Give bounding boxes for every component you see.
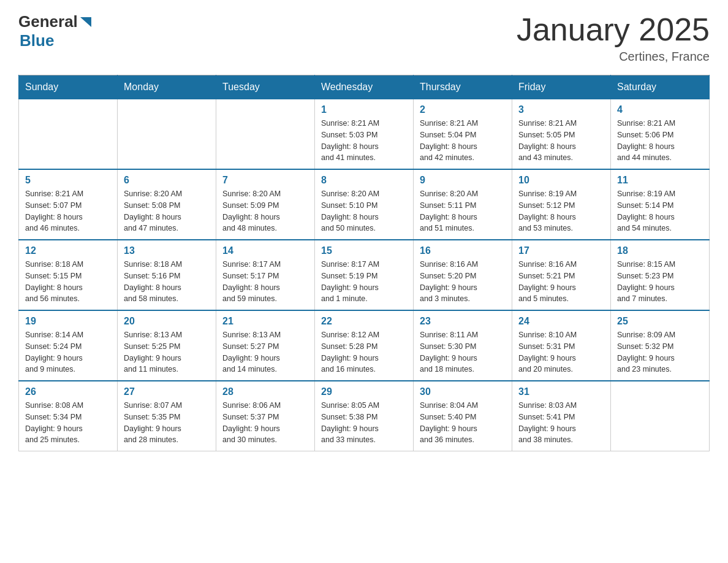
calendar-cell: 29Sunrise: 8:05 AM Sunset: 5:38 PM Dayli… [315, 381, 414, 451]
day-info: Sunrise: 8:09 AM Sunset: 5:32 PM Dayligh… [617, 329, 703, 375]
day-info: Sunrise: 8:21 AM Sunset: 5:05 PM Dayligh… [518, 118, 604, 164]
day-info: Sunrise: 8:20 AM Sunset: 5:11 PM Dayligh… [420, 188, 506, 234]
day-info: Sunrise: 8:08 AM Sunset: 5:34 PM Dayligh… [25, 400, 111, 446]
calendar-cell: 10Sunrise: 8:19 AM Sunset: 5:12 PM Dayli… [512, 169, 611, 240]
title-block: January 2025 Certines, France [517, 12, 710, 64]
calendar-cell: 18Sunrise: 8:15 AM Sunset: 5:23 PM Dayli… [611, 240, 710, 310]
day-number: 24 [518, 316, 604, 327]
day-info: Sunrise: 8:18 AM Sunset: 5:16 PM Dayligh… [124, 259, 210, 305]
day-number: 28 [222, 386, 308, 397]
calendar-cell: 16Sunrise: 8:16 AM Sunset: 5:20 PM Dayli… [414, 240, 512, 310]
calendar-cell: 22Sunrise: 8:12 AM Sunset: 5:28 PM Dayli… [315, 310, 414, 381]
calendar-week-row: 1Sunrise: 8:21 AM Sunset: 5:03 PM Daylig… [19, 99, 710, 170]
calendar-cell: 9Sunrise: 8:20 AM Sunset: 5:11 PM Daylig… [414, 169, 512, 240]
calendar-cell: 15Sunrise: 8:17 AM Sunset: 5:19 PM Dayli… [315, 240, 414, 310]
day-number: 7 [222, 175, 308, 186]
day-number: 8 [321, 175, 407, 186]
day-number: 6 [124, 175, 210, 186]
day-info: Sunrise: 8:12 AM Sunset: 5:28 PM Dayligh… [321, 329, 407, 375]
calendar-cell [216, 99, 315, 170]
calendar-cell: 31Sunrise: 8:03 AM Sunset: 5:41 PM Dayli… [512, 381, 611, 451]
day-info: Sunrise: 8:10 AM Sunset: 5:31 PM Dayligh… [518, 329, 604, 375]
calendar-cell: 28Sunrise: 8:06 AM Sunset: 5:37 PM Dayli… [216, 381, 315, 451]
day-number: 3 [518, 104, 604, 115]
day-number: 13 [124, 245, 210, 256]
day-number: 1 [321, 104, 407, 115]
calendar-cell [118, 99, 216, 170]
day-info: Sunrise: 8:17 AM Sunset: 5:19 PM Dayligh… [321, 259, 407, 305]
day-number: 15 [321, 245, 407, 256]
day-number: 4 [617, 104, 703, 115]
day-info: Sunrise: 8:21 AM Sunset: 5:03 PM Dayligh… [321, 118, 407, 164]
calendar-cell: 2Sunrise: 8:21 AM Sunset: 5:04 PM Daylig… [414, 99, 512, 170]
calendar-cell: 19Sunrise: 8:14 AM Sunset: 5:24 PM Dayli… [19, 310, 118, 381]
day-number: 21 [222, 316, 308, 327]
day-info: Sunrise: 8:20 AM Sunset: 5:09 PM Dayligh… [222, 188, 308, 234]
calendar-cell [19, 99, 118, 170]
day-number: 17 [518, 245, 604, 256]
calendar-cell: 13Sunrise: 8:18 AM Sunset: 5:16 PM Dayli… [118, 240, 216, 310]
day-info: Sunrise: 8:21 AM Sunset: 5:06 PM Dayligh… [617, 118, 703, 164]
calendar-header-row: SundayMondayTuesdayWednesdayThursdayFrid… [19, 75, 710, 99]
logo-arrow-icon [79, 16, 93, 29]
page-header: General Blue January 2025 Certines, Fran… [18, 12, 710, 64]
calendar-cell: 24Sunrise: 8:10 AM Sunset: 5:31 PM Dayli… [512, 310, 611, 381]
day-number: 29 [321, 386, 407, 397]
logo-general-text: General [18, 12, 78, 31]
calendar-cell: 25Sunrise: 8:09 AM Sunset: 5:32 PM Dayli… [611, 310, 710, 381]
day-number: 31 [518, 386, 604, 397]
calendar-cell: 21Sunrise: 8:13 AM Sunset: 5:27 PM Dayli… [216, 310, 315, 381]
svg-marker-0 [80, 17, 91, 27]
day-number: 11 [617, 175, 703, 186]
day-info: Sunrise: 8:15 AM Sunset: 5:23 PM Dayligh… [617, 259, 703, 305]
day-info: Sunrise: 8:03 AM Sunset: 5:41 PM Dayligh… [518, 400, 604, 446]
day-info: Sunrise: 8:05 AM Sunset: 5:38 PM Dayligh… [321, 400, 407, 446]
calendar-cell: 4Sunrise: 8:21 AM Sunset: 5:06 PM Daylig… [611, 99, 710, 170]
calendar-cell: 27Sunrise: 8:07 AM Sunset: 5:35 PM Dayli… [118, 381, 216, 451]
day-info: Sunrise: 8:13 AM Sunset: 5:25 PM Dayligh… [124, 329, 210, 375]
day-number: 25 [617, 316, 703, 327]
calendar-week-row: 5Sunrise: 8:21 AM Sunset: 5:07 PM Daylig… [19, 169, 710, 240]
day-number: 18 [617, 245, 703, 256]
day-number: 22 [321, 316, 407, 327]
day-info: Sunrise: 8:04 AM Sunset: 5:40 PM Dayligh… [420, 400, 506, 446]
day-number: 19 [25, 316, 111, 327]
day-info: Sunrise: 8:11 AM Sunset: 5:30 PM Dayligh… [420, 329, 506, 375]
day-number: 2 [420, 104, 506, 115]
calendar-week-row: 26Sunrise: 8:08 AM Sunset: 5:34 PM Dayli… [19, 381, 710, 451]
day-info: Sunrise: 8:17 AM Sunset: 5:17 PM Dayligh… [222, 259, 308, 305]
calendar-cell: 3Sunrise: 8:21 AM Sunset: 5:05 PM Daylig… [512, 99, 611, 170]
day-number: 14 [222, 245, 308, 256]
calendar-cell: 30Sunrise: 8:04 AM Sunset: 5:40 PM Dayli… [414, 381, 512, 451]
logo-blue-text: Blue [20, 31, 54, 50]
calendar-cell: 17Sunrise: 8:16 AM Sunset: 5:21 PM Dayli… [512, 240, 611, 310]
calendar-cell: 7Sunrise: 8:20 AM Sunset: 5:09 PM Daylig… [216, 169, 315, 240]
page-subtitle: Certines, France [517, 50, 710, 64]
logo: General Blue [18, 12, 93, 50]
day-number: 5 [25, 175, 111, 186]
day-of-week-header: Monday [118, 75, 216, 99]
calendar-cell: 20Sunrise: 8:13 AM Sunset: 5:25 PM Dayli… [118, 310, 216, 381]
day-info: Sunrise: 8:16 AM Sunset: 5:21 PM Dayligh… [518, 259, 604, 305]
calendar-cell: 6Sunrise: 8:20 AM Sunset: 5:08 PM Daylig… [118, 169, 216, 240]
day-info: Sunrise: 8:20 AM Sunset: 5:08 PM Dayligh… [124, 188, 210, 234]
day-number: 12 [25, 245, 111, 256]
day-info: Sunrise: 8:19 AM Sunset: 5:14 PM Dayligh… [617, 188, 703, 234]
page-title: January 2025 [517, 12, 710, 47]
calendar-table: SundayMondayTuesdayWednesdayThursdayFrid… [18, 75, 710, 451]
calendar-week-row: 12Sunrise: 8:18 AM Sunset: 5:15 PM Dayli… [19, 240, 710, 310]
day-of-week-header: Friday [512, 75, 611, 99]
calendar-cell: 23Sunrise: 8:11 AM Sunset: 5:30 PM Dayli… [414, 310, 512, 381]
day-info: Sunrise: 8:18 AM Sunset: 5:15 PM Dayligh… [25, 259, 111, 305]
calendar-week-row: 19Sunrise: 8:14 AM Sunset: 5:24 PM Dayli… [19, 310, 710, 381]
day-info: Sunrise: 8:06 AM Sunset: 5:37 PM Dayligh… [222, 400, 308, 446]
day-of-week-header: Tuesday [216, 75, 315, 99]
day-number: 30 [420, 386, 506, 397]
calendar-cell: 5Sunrise: 8:21 AM Sunset: 5:07 PM Daylig… [19, 169, 118, 240]
day-info: Sunrise: 8:21 AM Sunset: 5:07 PM Dayligh… [25, 188, 111, 234]
calendar-cell [611, 381, 710, 451]
day-info: Sunrise: 8:20 AM Sunset: 5:10 PM Dayligh… [321, 188, 407, 234]
day-info: Sunrise: 8:13 AM Sunset: 5:27 PM Dayligh… [222, 329, 308, 375]
day-info: Sunrise: 8:14 AM Sunset: 5:24 PM Dayligh… [25, 329, 111, 375]
day-info: Sunrise: 8:16 AM Sunset: 5:20 PM Dayligh… [420, 259, 506, 305]
